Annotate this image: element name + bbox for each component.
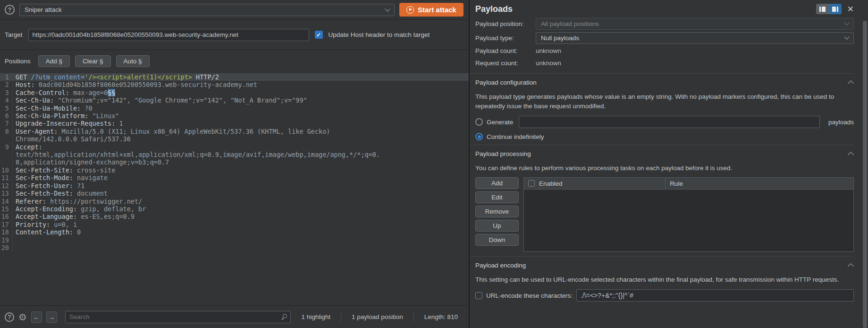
move-rule-down-button[interactable]: Down [475,234,519,246]
payload-processing-description: You can define rules to perform various … [475,164,853,173]
line-content: Priority: u=0, i [13,221,77,228]
payload-count-value: unknown [536,47,561,54]
update-host-checkbox[interactable]: ✓ [315,31,323,39]
payload-count-label: Payload count: [475,47,536,54]
enabled-column-header: Enabled [524,178,666,189]
play-icon [406,6,414,14]
target-row: Target ✓ Update Host header to match tar… [0,20,469,50]
line-number: 5 [0,104,13,112]
line-number: 6 [0,112,13,120]
line-number: 13 [0,190,13,197]
help-icon[interactable]: ? [5,312,14,322]
continue-indefinitely-radio[interactable] [475,133,483,140]
request-line: 17Priority: u=0, i [0,221,469,228]
line-number: 15 [0,205,13,213]
payload-configuration-header[interactable]: Payload configuration [475,75,854,89]
attack-type-dropdown[interactable]: Sniper attack [19,4,395,16]
auto-position-markers-button[interactable]: Auto § [116,55,150,67]
url-encode-checkbox[interactable] [475,292,482,299]
chevron-up-icon[interactable] [848,263,854,269]
request-line: 6Sec-Ch-Ua-Platform: "Linux" [0,112,469,120]
line-number [0,158,13,166]
payload-encoding-header[interactable]: Payload encoding [475,258,854,272]
generate-suffix-label: payloads [828,119,854,126]
chevron-up-icon[interactable] [848,152,854,158]
request-count-label: Request count: [475,60,536,67]
line-number: 2 [0,81,13,88]
request-line: 18Content-Length: 0 [0,228,469,236]
search-prev-button[interactable]: ← [31,311,42,323]
close-icon[interactable]: ✕ [847,5,854,13]
request-line: text/html,application/xhtml+xml,applicat… [0,151,469,158]
line-content: Accept-Encoding: gzip, deflate, br [13,205,146,213]
divider [413,312,414,322]
enabled-all-checkbox[interactable] [528,180,535,187]
positions-buttons: Add §Clear §Auto § [38,55,150,67]
url-encode-characters-input[interactable] [576,289,854,302]
clear-position-markers-button[interactable]: Clear § [75,55,111,67]
line-content: Sec-Ch-Ua-Mobile: ?0 [13,104,93,112]
line-content: User-Agent: Mozilla/5.0 (X11; Linux x86_… [13,128,330,135]
request-line: 15Accept-Encoding: gzip, deflate, br [0,205,469,213]
remove-rule-button[interactable]: Remove [475,206,519,217]
chevron-down-icon [385,6,390,11]
payload-type-dropdown[interactable]: Null payloads [536,32,854,44]
payload-processing-header[interactable]: Payload processing [475,147,854,161]
payload-encoding-description: This setting can be used to URL-encode s… [475,275,853,285]
add-position-marker-button[interactable]: Add § [38,55,70,67]
request-line: 3Cache-Control: max-age=0§§ [0,89,469,96]
add-rule-button[interactable]: Add [475,177,519,189]
request-line: 2Host: 0adc001d04b1858f8068e05200550093.… [0,81,469,88]
target-input[interactable] [28,29,309,41]
payloads-title: Payloads [475,4,513,14]
gear-icon[interactable]: ⚙ [18,312,27,322]
payload-encoding-title: Payload encoding [475,262,526,269]
layout-horizontal-icon[interactable] [816,4,829,14]
generate-radio[interactable] [475,118,483,126]
payload-type-value: Null payloads [541,35,579,42]
payload-position-row: Payload position: All payload positions [475,17,854,30]
intruder-window: ? Sniper attack Start attack Target ✓ Up… [0,0,868,328]
payload-position-value: All payload positions [541,20,599,27]
move-rule-up-button[interactable]: Up [475,220,519,232]
line-content: Accept: [13,143,42,151]
line-number: 7 [0,120,13,127]
payload-count-row: Payload count: unknown [475,45,854,57]
line-content: Content-Length: 0 [13,228,81,236]
start-attack-label: Start attack [418,6,456,14]
scrollbar-thumb[interactable] [863,21,867,328]
chevron-up-icon[interactable] [848,80,854,86]
line-content: 8,application/signed-exchange;v=b3;q=0.7 [13,158,169,166]
update-host-label: Update Host header to match target [329,31,430,38]
line-number: 10 [0,166,13,174]
generate-count-input[interactable] [519,116,820,128]
line-content: Accept-Language: es-ES,es;q=0.9 [13,213,135,220]
request-line: 16Accept-Language: es-ES,es;q=0.9 [0,213,469,220]
request-line: 12Sec-Fetch-User: ?1 [0,182,469,190]
chevron-down-icon [844,34,849,39]
help-icon[interactable]: ? [5,5,15,15]
line-number: 3 [0,89,13,96]
layout-vertical-icon[interactable] [829,4,842,14]
search-next-button[interactable]: → [46,311,57,323]
processing-rules-table[interactable]: Enabled Rule [523,177,854,252]
rules-table-header: Enabled Rule [524,178,853,190]
editor-status-bar: ? ⚙ ← → 1 highlight 1 payload position L… [0,305,469,328]
payload-type-label: Payload type: [475,35,536,42]
rule-column-header: Rule [666,180,683,187]
edit-rule-button[interactable]: Edit [475,191,519,203]
payload-configuration-title: Payload configuration [475,79,537,86]
start-attack-button[interactable]: Start attack [399,3,463,17]
payload-type-row: Payload type: Null payloads [475,31,854,44]
layout-toggle [816,4,842,14]
generate-row: Generate payloads [475,116,854,128]
request-count-row: Request count: unknown [475,57,854,69]
line-content: Sec-Fetch-Dest: document [13,190,108,197]
divider [341,312,341,322]
attack-type-value: Sniper attack [25,6,62,13]
divider [470,256,854,257]
request-editor[interactable]: 1GET /?utm_content='/><script>alert(1)</… [0,72,469,305]
target-label: Target [5,31,23,38]
search-input[interactable] [65,311,291,323]
line-content: Referer: https://portswigger.net/ [13,198,142,205]
